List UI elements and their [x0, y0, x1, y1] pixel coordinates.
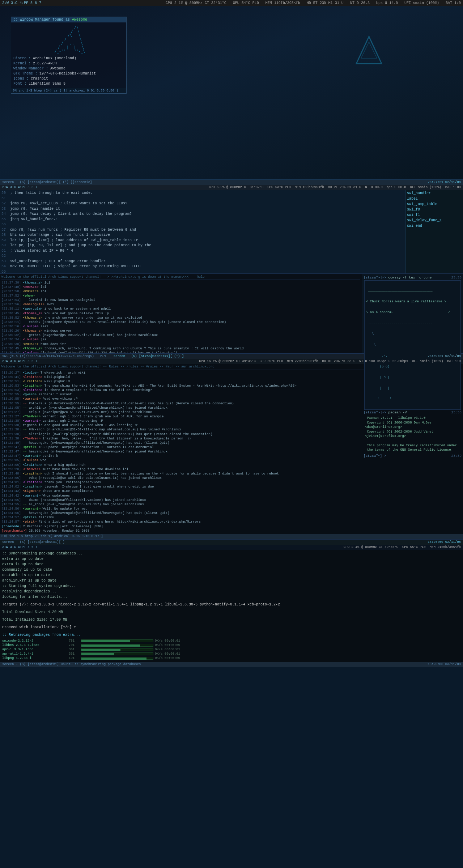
code-line: 60 ldr pc, [ip, r0, lsl #2] ; and jump t… [1, 243, 404, 248]
screen1-status-right: 23:27:21 02/11/08 [428, 180, 461, 184]
sidebar-item: swi_f1 [407, 212, 462, 218]
irc-cowsay-screen: Welcome to the official Arch Linux suppo… [0, 273, 463, 353]
pacman-output: Pacman v3.2.1 - libalpm v3.1.0 Copyright… [364, 415, 462, 453]
list-item: [23:30:45] <thomas_s> thomas_sch, arch-b… [1, 346, 360, 351]
code-sidebar: swi_handlerlabelswi_jump_tableswi_f0swi_… [405, 190, 463, 273]
screen1-statusbar2: 2:W 3:C 4:PF 5 6 7 CPU 6-9% @ 800MHz CT … [0, 185, 463, 190]
cowsay-cmd: [stzsa"~]-> cowsay -f tux fortune 23:36 [364, 276, 462, 280]
code-line: 53 jcmp r0, #swi_handle_it [1, 207, 404, 212]
code-line: 62 [1, 254, 404, 259]
terminal-body: /\ / \ /\ \ / \ / ,, \ / | | \ /_-'' ''-… [11, 22, 126, 88]
top-statusbar: 2:W 3:C 4:PF 5 6 7 CPU 2-1% @ 800MHz CT … [0, 0, 463, 6]
code-line: 55 jbeq swi_handle_func-1 [1, 217, 404, 222]
pacman-cmd: [stzsa"~]-> pacman -V 23:38 [364, 410, 462, 414]
list-item: looking for inter-conflicts... [2, 594, 461, 600]
bottom-right: 13:25:00 03/11/08 [428, 663, 461, 666]
irc-left: Welcome to the official Arch Linux suppo… [0, 274, 362, 353]
list-item: [23:30:32] -- gerbra (n=gerbar@p5-R053d2… [1, 333, 360, 337]
list-item: [13:24:42] <warrant> Whoa updateees [1, 494, 462, 498]
list-item: [13:23:20] <TheMver> must have been dev-… [1, 467, 462, 472]
list-item: [23:38:45] <thomas_s> You are not gonna … [1, 311, 360, 316]
list-item: [23:38:52] <thomas_s> the arch server ru… [1, 316, 360, 320]
code-line: 51 [1, 196, 404, 201]
list-item: [23:30:38] <R00KIE> hmmm does it? [1, 342, 360, 346]
list-item: :: Synchronizing package databases... [2, 551, 461, 556]
total-download: Total Download Size: 4.20 MB [0, 608, 463, 616]
sidebar-item: swi_f0 [407, 207, 462, 212]
list-item: [13:24:02] <lraithan> tigmesh: I-shruge … [1, 485, 462, 489]
list-item: [23:30:26] <thomas_s> windows server [1, 329, 360, 333]
code-line: 56 [1, 222, 404, 227]
progress-bar-item: unicode-2.2.12-2 781 0K/s 00:00:01 [0, 639, 463, 643]
progress-bar-item: apr-util-1.3.4-1 361 0K/s 00:00:01 [0, 652, 463, 656]
package-install-screen: screen - (S) [stzsa@archstx1][ ] 13:25:0… [0, 539, 463, 667]
progress-bar-item: libpng-1.2.33-i 191 0K/s 00:00:00 [0, 656, 463, 660]
screen4-statusbar: screen - (S) [stzsa@archstx1][ ] 13:25:0… [0, 540, 463, 545]
list-item: [segnthantx>] 25.093 November, Monday 02… [1, 529, 462, 533]
code-line: 63swi_outofrange: ; Out of range error h… [1, 259, 404, 264]
list-item: [23:37:30] <thomas_s> lol [1, 281, 360, 285]
targets-line: Targets (7): apr-1.3.3-1 unicode-2.2.12-… [0, 601, 463, 608]
list-item: extra is up to date [2, 562, 461, 567]
list-item: :: Starting full system upgrade... [2, 583, 461, 589]
progress-bar-item: libbms-2.6.3-1.i686 701 0K/s 00:00:00 [0, 643, 463, 647]
code-line: 64 mov r0, #0xFFFFFFFF ; Signal an error… [1, 264, 404, 269]
code-line: 50; then falls through to the exit code. [1, 191, 404, 196]
code-editor-layout: 50; then falls through to the exit code.… [0, 190, 463, 273]
list-item: [13:24:55] -- daumo (n=daumo@unaffiliate… [1, 498, 462, 502]
list-item: [23:38:11] -- echde7 (some@some-dynamic-… [1, 320, 360, 324]
terminal-bottom: 0% irc 1-$ htop (2+) zsh) 1[ archival 0.… [11, 88, 126, 93]
terminal-titlebar: :: Window Manager found as Awesome [11, 17, 126, 22]
screen3-right: 23:39:21 02/11/08 [428, 354, 461, 358]
list-item: [23:30:16] <loulpe> isa? [1, 324, 360, 329]
list-item: [13:24:56] -- heavenguke (n=heavenguke@u… [1, 511, 462, 515]
list-item: extra is up to date [2, 556, 461, 562]
bottom-left: screen - (S) [stzsa@archstx1] ubuntu :: … [2, 663, 141, 666]
sidebar-item: label [407, 196, 462, 201]
list-item: [13:24:01] <lraithan> thank you lraithan… [1, 480, 462, 485]
irc-right: [stzsa"~]-> cowsay -f tux fortune 23:36 … [362, 274, 463, 353]
screen1-status-left: screen - (S) [stzsa@archstx1][ (*) ][scr… [2, 180, 92, 184]
list-item: [13:23:55] -- vdsq (n=testqlin@so-adsl-d… [1, 476, 462, 480]
screen3-bottom-text: 0+$ irc 1-$ htop 20 zsh 1[ archival 0.06… [1, 535, 103, 538]
desktop: :: Window Manager found as Awesome /\ / … [0, 6, 463, 179]
list-item: [13:24:55] -- al_zoona (n=al_zoona@201.2… [1, 502, 462, 507]
code-line: 57 cmp r0, #swi_num_funcs ; Register R0 … [1, 227, 404, 233]
code-line: 59 ldr ip, [swi_lkmt] ; load address of … [1, 238, 404, 243]
list-item: [23:37:56] <AnalogKi+> lwhY [1, 302, 360, 307]
cowsay-output: _________________________________ < Chuc… [364, 280, 461, 410]
arch-logo [354, 35, 383, 68]
progress-bar-item: apr-1.3.3-1.i686 361 0K/s 00:00:01 [0, 647, 463, 652]
svg-marker-1 [361, 42, 377, 58]
screen4-bottom-bar: screen - (S) [stzsa@archstx1] ubuntu :: … [0, 662, 463, 667]
list-item: unstable is up to date [2, 573, 461, 578]
retrieval-line: :: Retrieving packages from extra... [0, 631, 463, 639]
screen3-statusbar2: 2:W 3:C 4:PF 5 6 7 CPU 16-1% @ 800MHz CT… [0, 359, 463, 364]
total-installed: Total Installed Size: 17.90 MB [0, 616, 463, 624]
list-item: [23:37:40] <R00KIE> lol [1, 285, 360, 289]
proceed-prompt: Proceed with installation? [Y/n] Y [0, 624, 463, 631]
list-item: [freenode] 2:#archlinux(+tnr) [Act: 3:Aw… [1, 524, 462, 529]
list-item: [23:37:54] -- larwini is now known as An… [1, 298, 360, 302]
list-item: [13:24:42] <tigmesh> those are nice comp… [1, 489, 462, 493]
screen4-statusbar2: 2:W 3:C 4:PF 5 6 7 CPU 2-4% @ 800MHz CT … [0, 545, 463, 550]
list-item: archlinuxfr is up to date [2, 578, 461, 583]
sidebar-item: swi_handler [407, 191, 462, 196]
sidebar-item: swi_delay_func_1 [407, 218, 462, 223]
list-item: [23:37:52] <phew> [1, 294, 360, 298]
screen1-statusbar: screen - (S) [stzsa@archstx1][ (*) ][scr… [0, 180, 463, 185]
list-item: [13:23:05] <loulpe> woo [1, 458, 462, 463]
list-item: [23:30:34] <loulpe> jes [1, 337, 360, 342]
sidebar-item: swi_end [407, 223, 462, 229]
code-line: 65 [1, 269, 404, 274]
list-item: [13:24:56] <warrant> Well. No update for… [1, 507, 462, 511]
prompt-after-pacman: [stzsa"~]-> 23:39 [364, 454, 462, 458]
code-line: 54 jcmp r0, #swi_delay ; Client wants to… [1, 212, 404, 217]
desktop-terminal: :: Window Manager found as Awesome /\ / … [11, 17, 127, 94]
list-item: [23:30:34] <loulpe> Flathead (n=flathead… [1, 351, 360, 353]
screen3-bottom-bar: 0+$ irc 1-$ htop 20 zsh 1[ archival 0.06… [0, 534, 463, 539]
code-editor-screen: screen - (S) [stzsa@archstx1][ (*) ][scr… [0, 179, 463, 273]
list-item: resolving dependencies... [2, 589, 461, 594]
svg-marker-0 [356, 37, 382, 64]
progress-bars: unicode-2.2.12-2 781 0K/s 00:00:01 libbm… [0, 639, 463, 660]
